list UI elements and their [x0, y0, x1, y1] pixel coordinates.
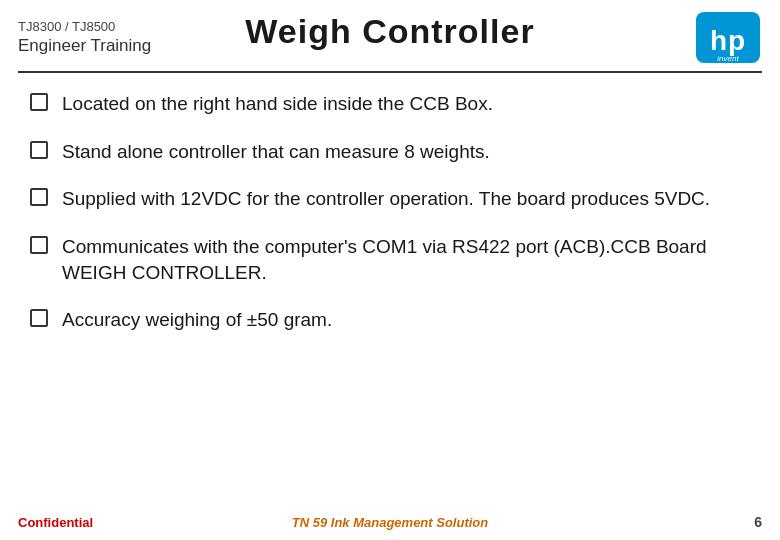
bullet-text-1: Located on the right hand side inside th… — [62, 91, 493, 117]
checkbox-icon — [30, 309, 48, 327]
hp-logo-icon: hp invent — [694, 10, 762, 65]
footer: Confidential TN 59 Ink Management Soluti… — [0, 514, 780, 530]
logo-area: hp invent — [694, 10, 762, 65]
list-item: Communicates with the computer's COM1 vi… — [30, 234, 750, 285]
svg-text:invent: invent — [717, 54, 739, 63]
bullet-text-4: Communicates with the computer's COM1 vi… — [62, 234, 750, 285]
title-center: Weigh Controller — [245, 12, 534, 51]
footer-page-number: 6 — [754, 514, 762, 530]
list-item: Supplied with 12VDC for the controller o… — [30, 186, 750, 212]
bullet-text-3: Supplied with 12VDC for the controller o… — [62, 186, 710, 212]
bullet-text-5: Accuracy weighing of ±50 gram. — [62, 307, 332, 333]
checkbox-icon — [30, 188, 48, 206]
model-number: TJ8300 / TJ8500 — [18, 19, 151, 34]
page-title: Weigh Controller — [245, 12, 534, 50]
list-item: Located on the right hand side inside th… — [30, 91, 750, 117]
content-area: Located on the right hand side inside th… — [0, 73, 780, 365]
checkbox-icon — [30, 141, 48, 159]
footer-confidential: Confidential — [18, 515, 93, 530]
checkbox-icon — [30, 236, 48, 254]
engineer-training-label: Engineer Training — [18, 36, 151, 56]
header: TJ8300 / TJ8500 Engineer Training Weigh … — [0, 0, 780, 65]
list-item: Stand alone controller that can measure … — [30, 139, 750, 165]
header-left: TJ8300 / TJ8500 Engineer Training — [18, 19, 151, 56]
bullet-text-2: Stand alone controller that can measure … — [62, 139, 490, 165]
list-item: Accuracy weighing of ±50 gram. — [30, 307, 750, 333]
footer-center-label: TN 59 Ink Management Solution — [292, 515, 488, 530]
checkbox-icon — [30, 93, 48, 111]
svg-text:hp: hp — [710, 25, 746, 56]
